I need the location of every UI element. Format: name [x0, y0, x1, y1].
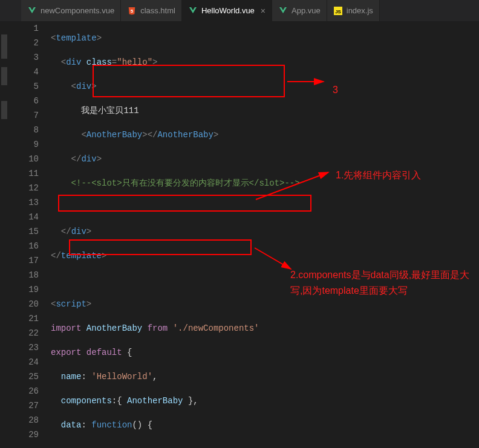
vue-icon	[27, 6, 37, 16]
code-line: export default {	[51, 345, 479, 360]
tab-newcomponents[interactable]: newComponents.vue	[21, 0, 121, 21]
code-line: <template>	[51, 31, 479, 45]
code-line: 我是小宝贝111	[51, 103, 479, 118]
code-line: </div>	[51, 224, 479, 239]
html-icon: 5	[127, 6, 137, 16]
code-area[interactable]: <template> <div class="hello"> <div> 我是小…	[51, 21, 479, 448]
line-number: 18	[8, 268, 39, 282]
line-number: 23	[8, 340, 39, 355]
svg-text:5: 5	[131, 8, 134, 13]
line-number: 6	[8, 94, 39, 108]
tab-appvue[interactable]: App.vue	[272, 0, 327, 21]
line-number: 14	[8, 210, 39, 224]
tab-bar: newComponents.vue 5 class.html HelloWorl…	[0, 0, 479, 21]
code-line: components:{ AnotherBaby },	[51, 394, 479, 408]
code-line: <div>	[51, 79, 479, 94]
code-line: <script>	[51, 297, 479, 311]
line-number: 20	[8, 297, 39, 311]
svg-text:JS: JS	[335, 8, 341, 14]
js-icon: JS	[333, 6, 343, 16]
line-number: 25	[8, 369, 39, 384]
tab-indexjs[interactable]: JS index.js	[327, 0, 380, 21]
line-number: 22	[8, 326, 39, 340]
line-number: 17	[8, 253, 39, 268]
tab-label: newComponents.vue	[41, 6, 114, 15]
line-number: 24	[8, 355, 39, 369]
line-number: 15	[8, 224, 39, 239]
line-number: 19	[8, 282, 39, 297]
tab-label: index.js	[347, 6, 373, 15]
line-number: 2	[8, 36, 39, 50]
line-number: 27	[8, 398, 39, 413]
line-number: 11	[8, 166, 39, 181]
tab-helloworld[interactable]: HelloWorld.vue ×	[182, 0, 272, 21]
code-line: data: function() {	[51, 418, 479, 432]
tab-label: class.html	[140, 6, 175, 15]
line-number: 9	[8, 137, 39, 152]
code-line: <div class="hello">	[51, 55, 479, 70]
code-line: </template>	[51, 248, 479, 263]
line-number: 3	[8, 50, 39, 65]
line-number: 8	[8, 123, 39, 137]
line-number: 10	[8, 152, 39, 166]
vue-icon	[278, 6, 288, 16]
vue-icon	[188, 6, 198, 16]
tab-label: App.vue	[292, 6, 321, 15]
code-line: </div>	[51, 152, 479, 166]
code-line: import AnotherBaby from './newComponents…	[51, 321, 479, 336]
editor[interactable]: 1 2 3 4 5 6 7 8 9 10 11 12 13 14 15 16 1…	[0, 21, 479, 448]
code-line	[51, 200, 479, 215]
code-line: <!--<slot>只有在没有要分发的内容时才显示</slot>-->	[51, 176, 479, 190]
line-number: 21	[8, 311, 39, 326]
line-number: 26	[8, 384, 39, 398]
line-number: 5	[8, 79, 39, 94]
tab-classhtml[interactable]: 5 class.html	[121, 0, 182, 21]
line-number: 12	[8, 181, 39, 195]
code-line: <AnotherBaby></AnotherBaby>	[51, 128, 479, 142]
line-number: 4	[8, 65, 39, 79]
code-line: name: 'HelloWorld',	[51, 369, 479, 384]
line-number: 7	[8, 108, 39, 123]
line-number: 16	[8, 239, 39, 253]
line-number: 29	[8, 427, 39, 442]
close-icon[interactable]: ×	[261, 6, 266, 16]
code-line	[51, 273, 479, 287]
tab-label: HelloWorld.vue	[201, 6, 255, 15]
line-gutter: 1 2 3 4 5 6 7 8 9 10 11 12 13 14 15 16 1…	[8, 21, 51, 448]
line-number: 1	[8, 21, 39, 36]
minimap	[0, 21, 8, 448]
line-number: 13	[8, 195, 39, 210]
line-number: 28	[8, 413, 39, 427]
code-line	[51, 442, 479, 448]
